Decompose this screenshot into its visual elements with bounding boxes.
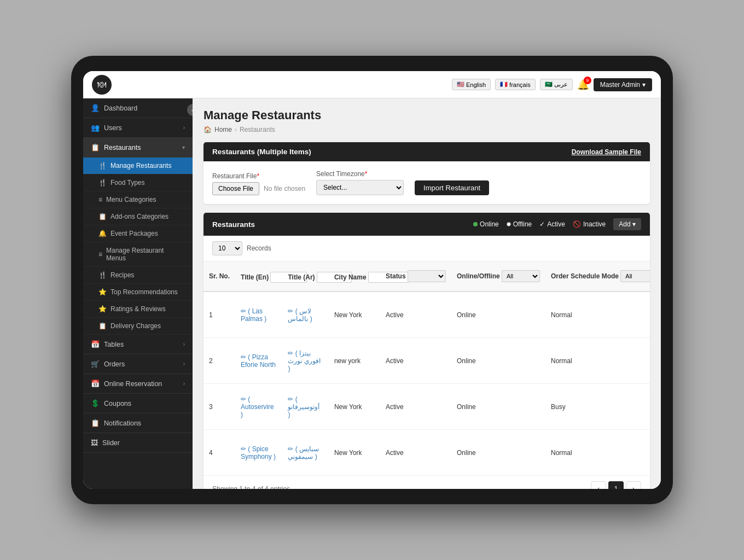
- cell-city: new york: [329, 338, 380, 384]
- cell-schedule-mode: Normal: [545, 338, 650, 384]
- chevron-icon: ›: [183, 361, 185, 367]
- food-types-icon: 🍴: [98, 179, 107, 186]
- import-card-body: Restaurant File* Choose File No file cho…: [204, 161, 650, 204]
- no-file-text: No file chosen: [264, 185, 305, 192]
- manage-restaurants-icon: 🍴: [98, 162, 107, 170]
- notif-badge: 9: [584, 77, 591, 84]
- logo-area: 🍽: [92, 75, 112, 95]
- notifications-btn[interactable]: 🔔 9: [577, 79, 589, 91]
- breadcrumb-current: Restaurants: [240, 126, 275, 133]
- sidebar-sub-ratings[interactable]: ⭐ Ratings & Reviews: [83, 301, 193, 318]
- sidebar-item-label: Restaurants: [104, 144, 141, 151]
- table-row: 1 ✏ ( Las Palmas ) ✏ ( لاس بالماس ) New …: [204, 291, 650, 338]
- online-dot: [473, 222, 478, 226]
- lang-english-btn[interactable]: 🇺🇸 English: [452, 79, 491, 90]
- edit-title-en-link[interactable]: ✏ ( Pizza Eforie North: [241, 353, 276, 369]
- lang-french-btn[interactable]: 🇫🇷 français: [495, 79, 536, 90]
- sidebar-sub-menu-categories[interactable]: ≡ Menu Categories: [83, 191, 193, 208]
- admin-menu-btn[interactable]: Master Admin ▾: [594, 78, 652, 91]
- edit-title-ar-link[interactable]: ✏ ( سبايس سيمفوني ): [288, 445, 319, 460]
- breadcrumb: 🏠 Home › Restaurants: [204, 126, 650, 133]
- records-label: Records: [247, 244, 271, 252]
- add-restaurant-btn[interactable]: Add ▾: [613, 218, 641, 230]
- sidebar-sub-top-recommendations[interactable]: ⭐ Top Recommendations: [83, 284, 193, 301]
- showing-text: Showing 1 to 4 of 4 entries: [212, 485, 290, 489]
- sidebar-sub-manage-restaurants[interactable]: 🍴 Manage Restaurants: [83, 158, 193, 174]
- sidebar-sub-manage-menus[interactable]: ≡ Manage Restaurant Menus: [83, 242, 193, 267]
- sidebar-item-orders[interactable]: 🛒 Orders ›: [83, 354, 193, 374]
- sidebar-sub-delivery-charges[interactable]: 📋 Delivery Charges: [83, 318, 193, 335]
- next-page-btn[interactable]: ›: [626, 481, 641, 489]
- filter-online-offline[interactable]: All Online Offline: [502, 270, 540, 282]
- active-filter[interactable]: ✓ Active: [539, 220, 565, 228]
- prev-page-btn[interactable]: ‹: [591, 481, 606, 489]
- cell-sr: 4: [204, 430, 235, 476]
- breadcrumb-home-link[interactable]: Home: [214, 126, 232, 133]
- download-sample-link[interactable]: Download Sample File: [572, 148, 641, 156]
- edit-title-en-link[interactable]: ✏ ( Autoservire ): [241, 395, 274, 418]
- cell-title-en: ✏ ( Las Palmas ): [235, 291, 282, 338]
- lang-arabic-btn[interactable]: 🇸🇦 عربى: [540, 79, 573, 90]
- filter-schedule-mode[interactable]: All Normal Busy: [620, 270, 650, 282]
- sidebar-item-slider[interactable]: 🖼 Slider: [83, 433, 193, 453]
- sidebar-item-restaurants[interactable]: 📋 Restaurants ▾: [83, 138, 193, 158]
- manage-menus-icon: ≡: [98, 250, 102, 258]
- recipes-icon: 🍴: [98, 271, 107, 279]
- cell-schedule-mode: Normal: [545, 430, 650, 476]
- choose-file-btn[interactable]: Choose File: [212, 182, 259, 195]
- col-title-en: Title (En): [235, 261, 282, 291]
- col-online-offline: Online/Offline All Online Offline: [451, 261, 545, 291]
- table-controls: 10 25 50 100 Records: [204, 236, 650, 261]
- offline-label: Offline: [513, 220, 532, 228]
- filter-status[interactable]: Active Inactive: [408, 270, 446, 282]
- sidebar-sub-food-types[interactable]: 🍴 Food Types: [83, 174, 193, 191]
- menu-categories-icon: ≡: [98, 196, 102, 203]
- page-1-btn[interactable]: 1: [608, 481, 624, 489]
- cell-city: New York: [329, 291, 380, 338]
- sidebar-item-label: Coupons: [104, 400, 131, 407]
- edit-title-ar-link[interactable]: ✏ ( أوتوسيرفانو ): [288, 395, 319, 418]
- edit-title-en-link[interactable]: ✏ ( Las Palmas ): [241, 307, 266, 323]
- cell-title-ar: ✏ ( لاس بالماس ): [282, 291, 328, 338]
- restaurants-card: Restaurants Online Offline: [204, 213, 650, 489]
- table-row: 3 ✏ ( Autoservire ) ✏ ( أوتوسيرفانو ) Ne…: [204, 384, 650, 430]
- inactive-filter[interactable]: 🚫 Inactive: [573, 220, 606, 228]
- sub-item-label: Manage Restaurants: [111, 162, 171, 170]
- sidebar-item-coupons[interactable]: 💲 Coupons: [83, 394, 193, 413]
- import-restaurant-btn[interactable]: Import Restaurant: [415, 180, 489, 195]
- breadcrumb-separator: ›: [235, 126, 237, 133]
- sidebar-sub-recipes[interactable]: 🍴 Recipes: [83, 267, 193, 284]
- top-bar: 🍽 🇺🇸 English 🇫🇷 français 🇸🇦 عربى 🔔 9 Mas…: [83, 71, 661, 98]
- sidebar-sub-addons-categories[interactable]: 📋 Add-ons Categories: [83, 208, 193, 225]
- cell-schedule-mode: Normal: [545, 291, 650, 338]
- main-content: Manage Restaurants 🏠 Home › Restaurants …: [193, 98, 661, 489]
- edit-title-ar-link[interactable]: ✏ ( لاس بالماس ): [288, 307, 312, 323]
- sidebar-item-tables[interactable]: 📅 Tables ›: [83, 335, 193, 354]
- online-filter[interactable]: Online: [473, 220, 499, 228]
- chevron-down-icon: ▾: [182, 144, 185, 150]
- sidebar-item-dashboard[interactable]: 👤 Dashboard: [83, 98, 193, 118]
- online-label: Online: [480, 220, 499, 228]
- offline-filter[interactable]: Offline: [507, 220, 532, 228]
- cell-schedule-mode: Busy: [545, 384, 650, 430]
- cell-title-ar: ✏ ( بيتزا افوري نورث ): [282, 338, 328, 384]
- cell-title-en: ✏ ( Spice Symphony ): [235, 430, 282, 476]
- timezone-select[interactable]: Select...: [316, 180, 404, 195]
- sidebar-sub-event-packages[interactable]: 🔔 Event Packages: [83, 225, 193, 242]
- sidebar-item-online-reservation[interactable]: 📅 Online Reservation ›: [83, 374, 193, 394]
- ratings-icon: ⭐: [98, 305, 107, 313]
- offline-dot: [507, 222, 511, 226]
- col-status: Status Active Inactive: [380, 261, 451, 291]
- restaurants-table: Sr. No. Title (En) Title (Ar): [204, 261, 650, 476]
- top-rec-icon: ⭐: [98, 288, 107, 296]
- sidebar-item-users[interactable]: 👥 Users ›: [83, 118, 193, 138]
- edit-title-ar-link[interactable]: ✏ ( بيتزا افوري نورث ): [288, 349, 320, 372]
- sidebar-item-notifications[interactable]: 📋 Notifications: [83, 413, 193, 433]
- records-per-page-select[interactable]: 10 25 50 100: [212, 241, 242, 255]
- restaurants-icon: 📋: [91, 143, 100, 151]
- header-actions: Online Offline ✓ Active: [473, 218, 641, 230]
- cell-online-offline: Online: [451, 430, 545, 476]
- edit-title-en-link[interactable]: ✏ ( Spice Symphony ): [241, 445, 276, 460]
- sub-item-label: Ratings & Reviews: [111, 305, 166, 313]
- cell-online-offline: Online: [451, 384, 545, 430]
